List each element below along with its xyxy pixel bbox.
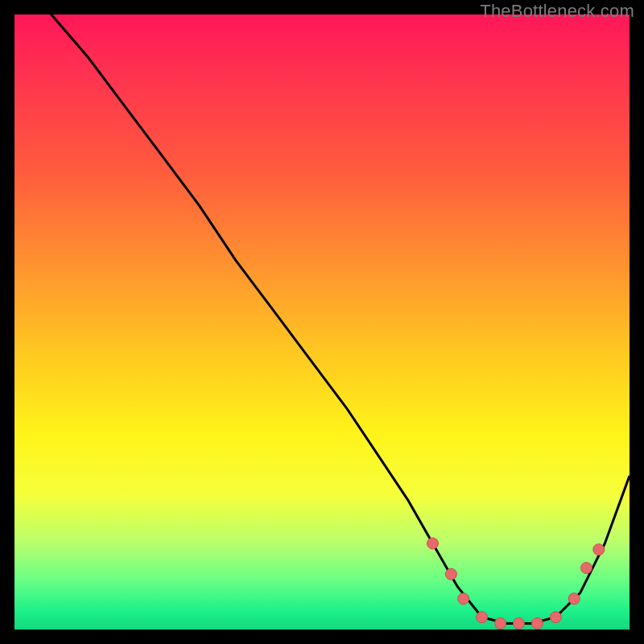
data-marker: [477, 612, 488, 623]
data-marker: [445, 568, 456, 580]
data-marker: [514, 617, 525, 629]
curve-layer: [14, 14, 630, 630]
data-marker: [427, 538, 439, 549]
data-marker: [531, 617, 543, 629]
data-marker: [568, 593, 580, 605]
data-marker: [593, 544, 605, 555]
chart-container: TheBottleneck.com: [0, 0, 644, 644]
marker-group: [427, 538, 605, 629]
plot-area: [14, 14, 630, 630]
data-marker: [581, 563, 592, 574]
curve-group: [14, 14, 630, 623]
data-marker: [550, 612, 561, 623]
data-marker: [458, 593, 469, 605]
data-marker: [495, 617, 506, 629]
attribution-text: TheBottleneck.com: [480, 1, 634, 22]
bottleneck-curve: [14, 14, 630, 623]
